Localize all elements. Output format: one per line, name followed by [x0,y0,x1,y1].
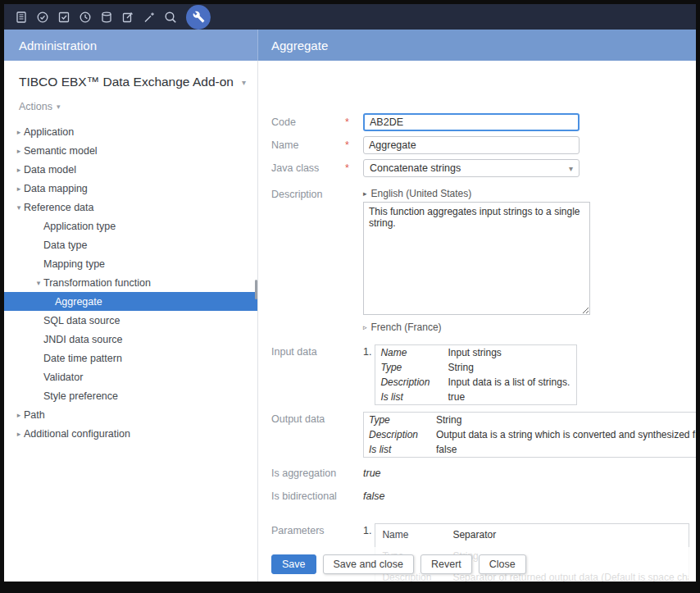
sidebar-item-mapping-type[interactable]: Mapping type [4,254,257,273]
actions-menu[interactable]: Actions ▾ [19,101,61,112]
field-value: Output data is a string which is convert… [431,427,696,442]
expand-icon[interactable]: ▸ [14,128,24,136]
collapse-icon[interactable]: ▾ [14,203,24,212]
table-row: NameSeparator [375,524,689,546]
input-data-label: Input data [271,343,345,358]
sidebar-item-data-model[interactable]: ▸Data model [4,160,257,179]
wrench-icon[interactable] [186,5,211,30]
java-class-select[interactable]: Concatenate strings ▾ [363,159,580,177]
required-spacer [345,343,363,346]
expand-icon[interactable]: ▸ [14,430,24,438]
dataset-title: TIBCO EBX™ Data Exchange Add-on [19,74,234,90]
sidebar-item-style-preference[interactable]: Style preference [4,386,257,405]
sidebar-item-data-mapping[interactable]: ▸Data mapping [4,179,257,198]
topbar [4,4,696,30]
close-button[interactable]: Close [479,554,526,574]
expand-icon[interactable]: ▸ [14,185,24,193]
collapse-icon[interactable]: ▾ [34,279,43,287]
expand-icon[interactable]: ▸ [14,411,24,419]
sidebar-item-path[interactable]: ▸Path [4,405,257,424]
sidebar-item-label: Additional configuration [24,428,130,440]
list-index: 1. [363,522,371,536]
name-input[interactable] [363,136,580,154]
sidebar-item-label: Transformation function [43,277,151,289]
sidebar-item-additional-configuration[interactable]: ▸Additional configuration [4,424,257,443]
dataset-dropdown-icon[interactable]: ▾ [242,74,246,87]
sidebar: TIBCO EBX™ Data Exchange Add-on ▾ Action… [4,61,258,582]
sidebar-item-label: Data type [43,239,88,251]
aggregate-title: Aggregate [271,39,328,52]
is-bidirectional-value: false [363,487,384,502]
wand-icon[interactable] [139,4,160,30]
field-key: Is list [364,442,432,458]
sidebar-item-aggregate[interactable]: Aggregate [4,292,257,311]
table-row: TypeString [364,413,697,428]
page-header: Administration Aggregate [4,30,696,61]
input-data-table: NameInput strings TypeString Description… [375,344,577,405]
clock-icon[interactable] [75,4,96,30]
sidebar-item-label: Reference data [24,202,93,213]
document-icon[interactable] [11,4,32,30]
app-window: Administration Aggregate TIBCO EBX™ Data… [4,4,696,582]
sidebar-item-jndi-data-source[interactable]: JNDI data source [4,330,257,349]
table-row: DescriptionInput data is a list of strin… [375,375,577,390]
description-textarea[interactable]: This function aggregates input strings t… [363,202,590,315]
output-data-label: Output data [271,410,345,425]
actions-caret-icon: ▾ [57,103,61,111]
sidebar-item-label: Date time pattern [43,353,122,364]
name-label: Name [271,136,345,151]
sidebar-item-reference-data[interactable]: ▾Reference data [4,198,257,217]
save-button[interactable]: Save [271,554,316,574]
database-icon[interactable] [96,4,117,30]
sidebar-item-application-type[interactable]: Application type [4,217,257,235]
field-value: false [431,442,696,458]
administration-title: Administration [19,39,97,52]
window-frame: Administration Aggregate TIBCO EBX™ Data… [0,0,700,593]
sidebar-item-sql-data-source[interactable]: SQL data source [4,311,257,330]
locale-expand-icon: ▸ [363,189,367,198]
task-edit-icon[interactable] [53,4,75,30]
sidebar-item-label: Path [24,409,45,421]
sidebar-item-application[interactable]: ▸Application [4,122,257,141]
sidebar-item-date-time-pattern[interactable]: Date time pattern [4,349,257,367]
description-label: Description [271,185,345,200]
record-form: Code * Name * Java class * Concatenate s… [258,61,696,582]
field-key: Type [364,413,432,428]
sidebar-item-label: Semantic model [24,145,98,157]
code-input[interactable] [363,113,580,131]
table-row: Is listfalse [364,442,697,458]
check-circle-icon[interactable] [32,4,53,30]
sidebar-item-validator[interactable]: Validator [4,367,257,386]
field-value: Input data is a list of strings. [443,375,576,390]
section-title-administration: Administration [4,30,258,61]
sidebar-item-transformation-function[interactable]: ▾Transformation function [4,273,257,292]
table-row: DescriptionOutput data is a string which… [364,427,697,442]
output-data-table: TypeString DescriptionOutput data is a s… [363,412,696,458]
table-row: TypeString [375,360,577,375]
page-title: Aggregate [258,30,696,61]
expand-icon[interactable]: ▸ [14,166,24,174]
sidebar-item-semantic-model[interactable]: ▸Semantic model [4,141,257,160]
sidebar-item-label: Data model [24,164,76,176]
required-spacer [345,185,363,189]
sidebar-scrollbar[interactable] [255,280,257,299]
field-key: Description [364,427,432,442]
compose-icon[interactable] [117,4,139,30]
sidebar-item-label: Validator [43,372,83,383]
code-label: Code [271,113,345,128]
table-row: NameInput strings [375,345,577,361]
is-aggregation-label: Is aggregation [271,464,345,479]
required-asterisk: * [345,136,363,151]
expand-icon[interactable]: ▸ [14,147,24,155]
field-key: Name [375,524,447,546]
search-icon[interactable] [160,4,181,30]
sidebar-item-label: Application type [43,221,116,232]
english-locale-toggle[interactable]: ▸ English (United States) [363,185,471,199]
save-and-close-button[interactable]: Save and close [323,554,414,574]
field-value: true [443,390,576,405]
french-locale-toggle[interactable]: ▹ French (France) [363,319,442,333]
field-value: String [443,360,576,375]
required-spacer [345,487,363,490]
sidebar-item-data-type[interactable]: Data type [4,235,257,254]
revert-button[interactable]: Revert [420,554,472,574]
